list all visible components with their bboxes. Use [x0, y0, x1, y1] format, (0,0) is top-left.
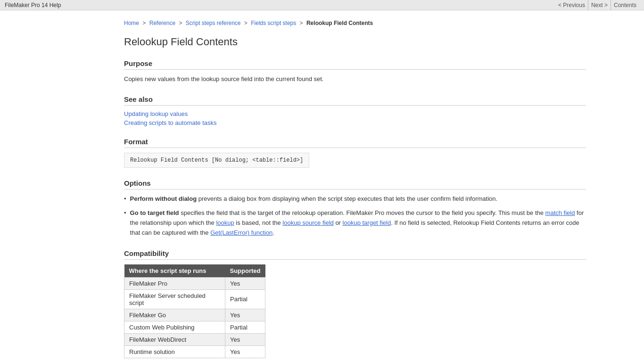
option-2-after3: or	[334, 219, 343, 226]
compatibility-heading: Compatibility	[124, 249, 586, 260]
option-item-1: Perform without dialog prevents a dialog…	[124, 194, 586, 204]
previous-button[interactable]: < Previous	[555, 0, 588, 10]
option-2-link3[interactable]: lookup source field	[282, 219, 333, 226]
option-2-link2[interactable]: lookup	[216, 219, 234, 226]
breadcrumb-fields-script-steps[interactable]: Fields script steps	[251, 20, 296, 26]
col2-header: Supported	[225, 264, 265, 278]
compatibility-section: Compatibility Where the script step runs…	[124, 249, 586, 358]
option-2-middle: specifies the field that is the target o…	[179, 209, 545, 216]
contents-button[interactable]: Contents	[611, 0, 639, 10]
table-row: Custom Web PublishingPartial	[124, 321, 265, 333]
compatibility-table: Where the script step runs Supported Fil…	[124, 264, 265, 358]
app-title: FileMaker Pro 14 Help	[5, 2, 61, 8]
supported-cell: Yes	[225, 309, 265, 321]
platform-cell: FileMaker Server scheduled script	[124, 289, 225, 309]
option-2-after2: is based, not the	[234, 219, 283, 226]
options-list: Perform without dialog prevents a dialog…	[124, 194, 586, 238]
platform-cell: Custom Web Publishing	[124, 321, 225, 333]
option-1-term: Perform without dialog	[130, 195, 197, 202]
table-row: FileMaker GoYes	[124, 309, 265, 321]
option-2-link1[interactable]: match field	[545, 209, 575, 216]
see-also-link-2[interactable]: Creating scripts to automate tasks	[124, 119, 586, 126]
breadcrumb-script-steps[interactable]: Script steps reference	[186, 20, 241, 26]
table-row: FileMaker Server scheduled scriptPartial	[124, 289, 265, 309]
format-heading: Format	[124, 138, 586, 148]
option-2-link5[interactable]: Get(LastError) function	[210, 229, 272, 236]
platform-cell: Runtime solution	[124, 346, 225, 358]
top-nav: < Previous Next > Contents	[555, 0, 639, 10]
option-2-text: Go to target field specifies the field t…	[130, 208, 586, 238]
table-row: FileMaker ProYes	[124, 277, 265, 289]
format-section: Format Relookup Field Contents [No dialo…	[124, 138, 586, 168]
see-also-section: See also Updating lookup values Creating…	[124, 95, 586, 126]
breadcrumb-current: Relookup Field Contents	[306, 20, 373, 26]
option-2-link4[interactable]: lookup target field	[343, 219, 391, 226]
option-2-after5: .	[272, 229, 274, 236]
options-heading: Options	[124, 179, 586, 189]
breadcrumb-reference[interactable]: Reference	[149, 20, 175, 26]
breadcrumb-home[interactable]: Home	[124, 20, 139, 26]
table-header-row: Where the script step runs Supported	[124, 264, 265, 278]
breadcrumb-sep-2: >	[179, 20, 182, 26]
supported-cell: Partial	[225, 289, 265, 309]
supported-cell: Yes	[225, 333, 265, 346]
top-bar: FileMaker Pro 14 Help < Previous Next > …	[0, 0, 644, 10]
platform-cell: FileMaker Pro	[124, 277, 225, 289]
purpose-heading: Purpose	[124, 59, 586, 70]
breadcrumb-sep-1: >	[142, 20, 146, 26]
main-content: Home > Reference > Script steps referenc…	[39, 10, 605, 362]
page-title: Relookup Field Contents	[124, 36, 586, 48]
options-section: Options Perform without dialog prevents …	[124, 179, 586, 238]
supported-cell: Yes	[225, 277, 265, 289]
platform-cell: FileMaker Go	[124, 309, 225, 321]
see-also-heading: See also	[124, 95, 586, 106]
option-2-prefix: Go to target field	[130, 209, 179, 216]
breadcrumb: Home > Reference > Script steps referenc…	[124, 20, 586, 26]
next-button[interactable]: Next >	[588, 0, 611, 10]
table-row: Runtime solutionYes	[124, 346, 265, 358]
breadcrumb-sep-4: >	[300, 20, 303, 26]
supported-cell: Yes	[225, 346, 265, 358]
col1-header: Where the script step runs	[124, 264, 225, 278]
format-code: Relookup Field Contents [No dialog; <tab…	[124, 153, 309, 168]
see-also-link-1[interactable]: Updating lookup values	[124, 110, 586, 117]
supported-cell: Partial	[225, 321, 265, 333]
option-item-2: Go to target field specifies the field t…	[124, 208, 586, 238]
platform-cell: FileMaker WebDirect	[124, 333, 225, 346]
purpose-text: Copies new values from the lookup source…	[124, 74, 586, 84]
breadcrumb-sep-3: >	[244, 20, 248, 26]
compatibility-table-body: FileMaker ProYesFileMaker Server schedul…	[124, 277, 265, 358]
option-1-text: Perform without dialog prevents a dialog…	[130, 194, 586, 204]
option-1-rest: prevents a dialog box from displaying wh…	[197, 195, 497, 202]
purpose-section: Purpose Copies new values from the looku…	[124, 59, 586, 84]
table-row: FileMaker WebDirectYes	[124, 333, 265, 346]
